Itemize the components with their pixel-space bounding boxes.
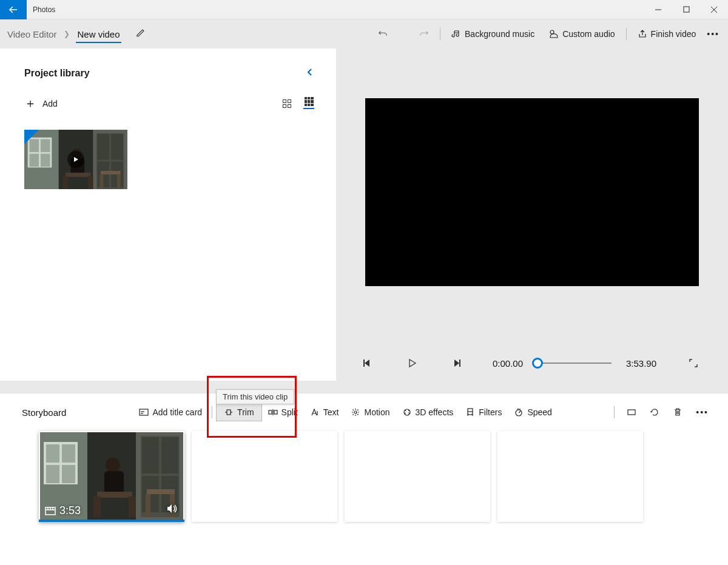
in-use-badge-icon [24,130,39,144]
background-music-label: Background music [465,29,534,39]
next-frame-button[interactable] [451,358,462,369]
storyboard-toolbar: Storyboard Add title card Trim Split Tex… [0,393,728,431]
svg-rect-28 [363,359,365,367]
seek-thumb[interactable] [532,358,543,369]
speed-button[interactable]: Speed [508,404,558,421]
storyboard-empty-slot[interactable] [192,431,337,522]
separator [212,406,212,418]
add-label: Add [42,99,58,109]
trim-label: Trim [237,407,254,417]
delete-button[interactable] [668,404,687,421]
filters-label: Filters [479,407,502,417]
motion-button[interactable]: Motion [345,404,396,421]
speed-label: Speed [527,407,551,417]
storyboard-clip[interactable]: 3:53 [39,431,184,522]
minimize-button[interactable] [644,0,672,19]
svg-line-45 [519,411,521,413]
svg-marker-29 [410,359,416,367]
main-area: Project library ＋ Add [0,48,728,393]
app-title: Photos [27,5,55,14]
text-label: Text [323,407,339,417]
clip-duration: 3:53 [59,504,81,517]
3d-effects-label: 3D effects [416,407,454,417]
svg-rect-38 [269,410,272,414]
svg-point-42 [404,409,410,415]
custom-audio-label: Custom audio [562,29,615,39]
seek-bar[interactable] [538,363,612,364]
finish-video-label: Finish video [651,29,696,39]
svg-marker-30 [454,359,459,367]
plus-icon: ＋ [24,95,36,112]
chevron-right-icon: ❯ [61,30,72,38]
project-library-panel: Project library ＋ Add [0,48,336,381]
separator [440,28,440,40]
svg-rect-22 [684,7,689,12]
storyboard-title: Storyboard [22,407,66,418]
separator [614,406,615,418]
separator [626,28,627,40]
current-time: 0:00.00 [493,358,523,369]
maximize-button[interactable] [672,0,700,19]
breadcrumb: Video Editor ❯ New video [0,25,146,43]
resize-button[interactable] [622,404,641,421]
tooltip-text: Trim this video clip [223,392,288,401]
svg-rect-39 [274,410,277,414]
large-grid-view-button[interactable] [281,98,292,109]
breadcrumb-level1[interactable]: Video Editor [6,25,58,43]
collapse-library-button[interactable] [306,67,314,79]
text-button[interactable]: Text [304,404,345,421]
svg-marker-27 [365,359,369,367]
storyboard-empty-slot[interactable] [345,431,490,522]
split-label: Split [281,407,298,417]
svg-rect-35 [227,410,231,415]
back-button[interactable] [0,0,27,19]
titlebar: Photos [0,0,728,19]
rename-project-button[interactable] [136,28,146,40]
library-title: Project library [24,68,90,79]
playback-controls: 0:00.00 3:53.90 [336,358,728,369]
more-button[interactable]: ••• [703,25,723,42]
volume-icon[interactable] [166,503,178,516]
svg-marker-26 [74,157,78,162]
total-time: 3:53.90 [626,358,656,369]
storyboard-panel: Storyboard Add title card Trim Split Tex… [0,393,728,565]
svg-point-41 [354,411,357,413]
storyboard-clips: 3:53 [0,431,728,522]
video-icon [45,507,56,515]
preview-canvas [365,98,699,286]
svg-rect-32 [140,409,148,415]
trim-tooltip: Trim this video clip [216,389,294,404]
top-toolbar: Video Editor ❯ New video Background musi… [0,19,728,48]
rotate-button[interactable] [645,404,664,421]
undo-button[interactable] [371,25,395,42]
filters-button[interactable]: Filters [459,404,508,421]
motion-label: Motion [364,407,389,417]
storyboard-more-button[interactable]: ••• [691,404,713,421]
fullscreen-button[interactable] [688,358,699,369]
finish-video-button[interactable]: Finish video [630,25,704,42]
background-music-button[interactable]: Background music [444,25,542,42]
svg-point-25 [550,30,554,34]
svg-rect-31 [459,359,460,367]
play-button[interactable] [406,358,417,369]
preview-area: 0:00.00 3:53.90 [336,48,728,393]
close-button[interactable] [700,0,728,19]
trim-button[interactable]: Trim [216,403,261,421]
custom-audio-button[interactable]: Custom audio [542,25,622,42]
add-media-button[interactable]: ＋ Add [24,95,58,112]
library-clip-thumbnail[interactable] [24,130,127,189]
add-title-card-button[interactable]: Add title card [133,404,208,421]
redo-button[interactable] [412,25,436,42]
previous-frame-button[interactable] [362,358,372,369]
svg-rect-43 [468,409,473,412]
window-controls [644,0,728,19]
small-grid-view-button[interactable] [303,98,314,109]
play-icon [67,151,84,168]
storyboard-empty-slot[interactable] [497,431,643,522]
breadcrumb-level2[interactable]: New video [76,25,121,43]
add-title-card-label: Add title card [152,407,202,417]
svg-rect-47 [628,410,635,415]
split-button[interactable]: Split [262,404,304,421]
3d-effects-button[interactable]: 3D effects [396,404,460,421]
